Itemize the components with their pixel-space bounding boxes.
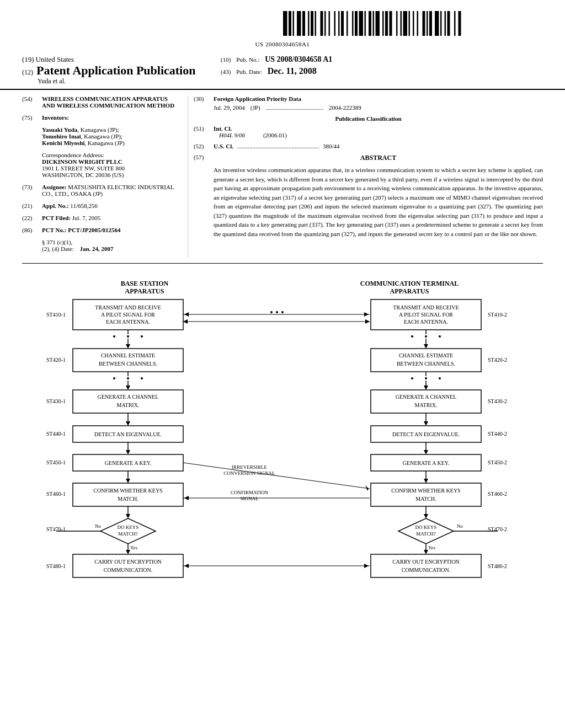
dot-r2-3 bbox=[439, 377, 441, 379]
pub-date-num: (43) bbox=[221, 68, 231, 75]
arrowhead-l5 bbox=[126, 479, 130, 483]
label-st410-2: ST410-2 bbox=[488, 312, 507, 318]
arrowhead-r6 bbox=[424, 514, 428, 518]
box-st480-1 bbox=[73, 554, 183, 577]
pub-no-value: US 2008/0304658 A1 bbox=[265, 55, 332, 64]
label-st420-1: ST420-1 bbox=[46, 357, 66, 363]
int-cl-num: (51) bbox=[194, 125, 209, 138]
arrowhead-conf bbox=[184, 496, 189, 500]
pct-filed-label: PCT Filed: bbox=[42, 215, 71, 221]
text-st470-2-l1: DO KEYS bbox=[415, 524, 437, 530]
section-371-date-value: Jan. 24, 2007 bbox=[79, 245, 113, 252]
irrev-label2: CONVERSION SIGNAL bbox=[223, 470, 275, 476]
pct-filed-num: (22) bbox=[22, 215, 38, 221]
corr-line2: 1901 L STREET NW, SUITE 800 bbox=[42, 165, 177, 172]
arrowhead-l4 bbox=[126, 450, 130, 454]
text-st440-1: DETECT AN EIGENVALUE. bbox=[94, 431, 162, 437]
int-cl-detail: H04L 9/06 (2006.01) bbox=[219, 132, 543, 138]
arrowhead-l7 bbox=[126, 550, 130, 554]
pub-no-label: Pub. No.: bbox=[236, 56, 259, 63]
pub-date-line: (43) Pub. Date: Dec. 11, 2008 bbox=[221, 66, 543, 76]
inventor-1: Yasuaki Yuda, Kanagawa (JP); bbox=[42, 126, 177, 133]
right-title-line2: APPARATUS bbox=[390, 287, 429, 295]
svg-rect-0 bbox=[56, 11, 276, 39]
title-label: WIRELESS COMMUNICATION APPARATUS AND WIR… bbox=[42, 95, 174, 109]
pct-filed-field: (22) PCT Filed: Jul. 7, 2005 bbox=[22, 215, 177, 221]
country-line: (19) United States bbox=[22, 55, 210, 64]
abstract-content: ABSTRACT An inventive wireless communica… bbox=[214, 154, 543, 238]
title-field: (54) WIRELESS COMMUNICATION APPARATUS AN… bbox=[22, 95, 177, 109]
assignee-content: Assignee: MATSUSHITA ELECTRIC INDUSTRIAL… bbox=[42, 184, 177, 197]
foreign-app-dots: ...................................... bbox=[266, 104, 324, 111]
section-371-date-line: (2), (4) Date: Jan. 24, 2007 bbox=[42, 245, 177, 252]
arrowhead-r1 bbox=[424, 344, 428, 349]
box-st460-1 bbox=[73, 483, 183, 506]
left-column: (54) WIRELESS COMMUNICATION APPARATUS AN… bbox=[22, 95, 188, 258]
arrowhead-h1-l bbox=[184, 312, 189, 317]
text-st460-2-l1: CONFIRM WHETHER KEYS bbox=[391, 488, 460, 494]
pct-no-content: PCT No.: PCT/JP2005/012564 bbox=[42, 227, 177, 233]
text-st410-2-l3: EACH ANTENNA. bbox=[404, 319, 448, 325]
text-st430-2-l2: MATRIX. bbox=[415, 402, 438, 408]
pub-date-label: Pub. Date: bbox=[236, 68, 262, 75]
label-st460-2: ST460-2 bbox=[488, 491, 507, 497]
title-num: (54) bbox=[22, 95, 38, 109]
text-st470-1-l1: DO KEYS bbox=[118, 524, 139, 530]
abstract-row: (57) ABSTRACT An inventive wireless comm… bbox=[194, 154, 543, 238]
abstract-num: (57) bbox=[194, 154, 209, 238]
text-st410-1-l1: TRANSMIT AND RECEIVE bbox=[95, 304, 161, 311]
corr-line3: WASHINGTON, DC 20036 (US) bbox=[42, 172, 177, 178]
abstract-text: An inventive wireless communication appa… bbox=[214, 165, 543, 238]
text-st410-2-l1: TRANSMIT AND RECEIVE bbox=[393, 304, 459, 311]
country-num: (19) bbox=[22, 55, 34, 63]
foreign-app-row: (30) Foreign Application Priority Data J… bbox=[194, 95, 543, 111]
body-section: (54) WIRELESS COMMUNICATION APPARATUS AN… bbox=[0, 90, 565, 258]
title-content: WIRELESS COMMUNICATION APPARATUS AND WIR… bbox=[42, 95, 177, 109]
text-st470-2-l2: MATCH? bbox=[416, 531, 436, 537]
pub-date-value: Dec. 11, 2008 bbox=[268, 66, 317, 76]
dot-l1-3 bbox=[141, 335, 143, 338]
arrowhead-r5 bbox=[424, 479, 428, 483]
foreign-app-num: (30) bbox=[194, 95, 209, 111]
pct-no-num: (86) bbox=[22, 227, 38, 233]
dot-l2-1 bbox=[113, 377, 115, 379]
country-name: United States bbox=[35, 55, 74, 63]
arrowhead-l3 bbox=[126, 421, 130, 426]
foreign-app-content: Foreign Application Priority Data Jul. 2… bbox=[214, 95, 543, 111]
pct-no-label: PCT No.: bbox=[42, 227, 66, 233]
doc-type-title: Patent Application Publication bbox=[36, 64, 195, 77]
arrowhead-l2 bbox=[126, 386, 130, 390]
inventor-2: Tomohiro Imai, Kanagawa (JP); bbox=[42, 133, 177, 140]
section-371-label: § 371 (c)(1), bbox=[42, 239, 177, 245]
right-column: (30) Foreign Application Priority Data J… bbox=[188, 95, 543, 258]
text-st480-1-l2: COMMUNICATION. bbox=[104, 567, 153, 573]
pct-no-value: PCT/JP2005/012564 bbox=[68, 227, 120, 233]
appl-no-value: 11/658,256 bbox=[70, 202, 97, 209]
section-371: § 371 (c)(1), (2), (4) Date: Jan. 24, 20… bbox=[42, 239, 177, 252]
arrowhead-r4 bbox=[424, 450, 428, 454]
barcode-canvas bbox=[278, 10, 509, 39]
page: US 20080304658A1 (19) United States (12)… bbox=[0, 0, 565, 728]
text-st430-2-l1: GENERATE A CHANNEL bbox=[396, 394, 457, 400]
left-title-line2: APPARATUS bbox=[125, 287, 164, 295]
dot-r2-1 bbox=[411, 377, 413, 379]
corr-line1: DICKINSON WRIGHT PLLC bbox=[42, 158, 177, 165]
text-st410-1-l3: EACH ANTENNA. bbox=[106, 319, 150, 325]
inventors-num: (75) bbox=[22, 114, 38, 121]
appl-no-field: (21) Appl. No.: 11/658,256 bbox=[22, 202, 177, 209]
inventors-content: Inventors: bbox=[42, 114, 177, 121]
appl-no-label: Appl. No.: bbox=[42, 202, 69, 209]
label-st450-1: ST450-1 bbox=[46, 459, 66, 465]
us-cl-label: U.S. Cl. bbox=[214, 143, 233, 149]
inventors-label: Yuda et al. bbox=[38, 77, 210, 85]
doc-type-line: (12) Patent Application Publication bbox=[22, 64, 210, 77]
label-st410-1: ST410-1 bbox=[46, 312, 66, 318]
pub-number: US 20080304658A1 bbox=[0, 41, 565, 47]
doc-type-num: (12) bbox=[22, 68, 33, 77]
text-st420-2-l1: CHANNEL ESTIMATE bbox=[399, 352, 453, 358]
label-st430-1: ST430-1 bbox=[46, 398, 66, 404]
text-st480-2-l1: CARRY OUT ENCRYPTION bbox=[392, 559, 460, 565]
corr-label: Correspondence Address: bbox=[42, 152, 177, 158]
dot-r1-1 bbox=[411, 335, 413, 338]
no-label-l: No bbox=[95, 523, 101, 529]
